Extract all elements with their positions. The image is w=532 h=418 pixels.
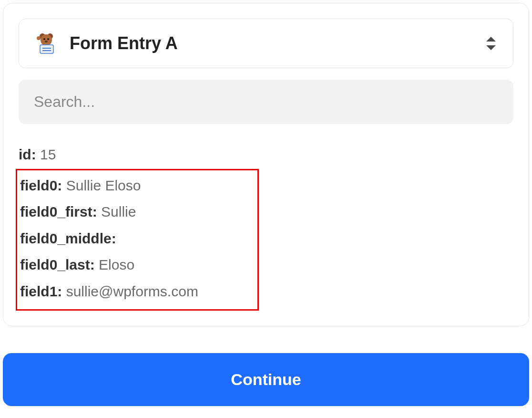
svg-marker-10 <box>486 37 496 42</box>
field-list: id: 15 field0: Sullie Eloso field0_first… <box>19 141 513 311</box>
svg-rect-7 <box>40 45 53 53</box>
field-value: Sullie <box>101 204 136 219</box>
field-key: field0_last: <box>20 257 99 272</box>
form-selector-label: Form Entry A <box>70 33 484 53</box>
field-row-field0-first: field0_first: Sullie <box>20 199 255 225</box>
field-key: field0_first: <box>20 204 101 219</box>
svg-point-3 <box>43 38 45 40</box>
svg-point-2 <box>41 34 52 46</box>
svg-point-4 <box>47 38 49 40</box>
svg-point-5 <box>45 41 48 42</box>
sort-updown-icon <box>484 35 498 52</box>
form-selector[interactable]: Form Entry A <box>19 19 513 68</box>
field-value: Eloso <box>99 257 134 272</box>
field-row-field0: field0: Sullie Eloso <box>20 172 255 199</box>
svg-marker-11 <box>486 45 496 50</box>
field-key: id: <box>19 146 40 162</box>
field-row-id: id: 15 <box>19 141 513 168</box>
form-entry-card: Form Entry A id: 15 field0: Sullie Eloso… <box>3 3 529 326</box>
field-key: field0_middle: <box>20 230 116 246</box>
continue-button[interactable]: Continue <box>3 353 529 406</box>
search-input[interactable] <box>34 93 498 111</box>
field-key: field0: <box>20 178 66 193</box>
field-key: field1: <box>20 283 66 299</box>
bear-mascot-icon <box>34 31 58 55</box>
field-row-field0-last: field0_last: Eloso <box>20 251 255 278</box>
field-value: 15 <box>40 146 56 162</box>
field-row-field1: field1: sullie@wpforms.com <box>20 278 255 305</box>
field-value: sullie@wpforms.com <box>66 283 198 299</box>
svg-point-6 <box>37 36 41 40</box>
highlight-box: field0: Sullie Eloso field0_first: Sulli… <box>16 169 259 311</box>
search-box[interactable] <box>19 80 513 124</box>
field-row-field0-middle: field0_middle: <box>20 225 255 252</box>
field-value: Sullie Eloso <box>66 178 141 193</box>
